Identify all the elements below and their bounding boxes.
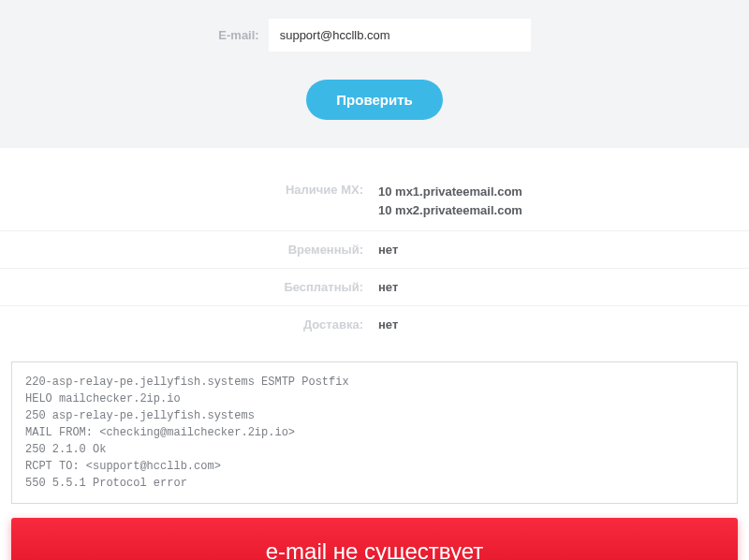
results-panel: Наличие MX: 10 mx1.privateemail.com 10 m…: [0, 148, 749, 352]
mx-label: Наличие MX:: [0, 183, 374, 197]
mx-record: 10 mx2.privateemail.com: [378, 201, 749, 220]
status-banner: e-mail не существует: [11, 518, 738, 560]
email-row: E-mail:: [0, 19, 749, 52]
temporary-value: нет: [374, 243, 749, 257]
temporary-label: Временный:: [0, 243, 374, 257]
delivery-label: Доставка:: [0, 317, 374, 332]
smtp-log: 220-asp-relay-pe.jellyfish.systems ESMTP…: [11, 361, 738, 504]
mx-row: Наличие MX: 10 mx1.privateemail.com 10 m…: [0, 171, 749, 231]
mx-record: 10 mx1.privateemail.com: [378, 183, 749, 201]
check-button[interactable]: Проверить: [306, 80, 442, 120]
temporary-row: Временный: нет: [0, 231, 749, 269]
free-row: Бесплатный: нет: [0, 269, 749, 306]
mx-value: 10 mx1.privateemail.com 10 mx2.privateem…: [374, 183, 749, 219]
form-panel: E-mail: Проверить: [0, 0, 749, 148]
free-label: Бесплатный:: [0, 280, 374, 294]
email-input[interactable]: [269, 19, 531, 52]
delivery-value: нет: [374, 317, 749, 332]
free-value: нет: [374, 280, 749, 294]
email-label: E-mail:: [218, 28, 258, 42]
delivery-row: Доставка: нет: [0, 306, 749, 343]
